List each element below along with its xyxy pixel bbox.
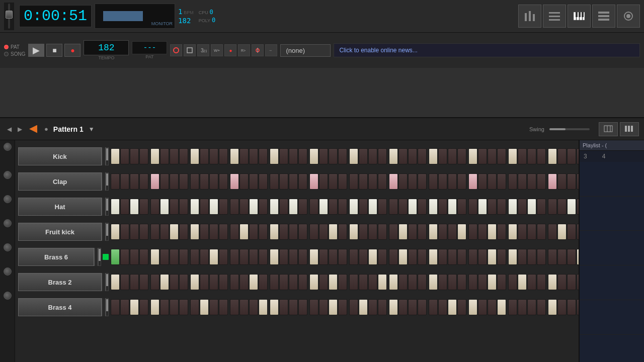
list-item[interactable] — [438, 274, 447, 290]
track-name-btn-1[interactable]: Clap — [18, 172, 102, 191]
list-item[interactable] — [378, 274, 387, 290]
list-item[interactable] — [259, 299, 268, 315]
list-item[interactable] — [309, 249, 318, 265]
list-item[interactable] — [249, 299, 258, 315]
list-item[interactable] — [418, 148, 427, 164]
list-item[interactable] — [438, 249, 447, 265]
list-item[interactable] — [338, 249, 347, 265]
list-item[interactable] — [190, 199, 199, 215]
list-item[interactable] — [508, 173, 517, 190]
track-vol-1[interactable] — [106, 172, 109, 191]
list-item[interactable] — [508, 224, 517, 240]
list-item[interactable] — [209, 274, 218, 290]
list-item[interactable] — [508, 199, 517, 215]
list-item[interactable] — [209, 173, 218, 190]
list-item[interactable] — [478, 299, 487, 315]
list-item[interactable] — [527, 148, 536, 164]
list-item[interactable] — [349, 224, 358, 240]
list-item[interactable] — [259, 249, 268, 265]
track-drag-3[interactable] — [102, 223, 106, 241]
list-item[interactable] — [548, 148, 557, 164]
list-item[interactable] — [289, 148, 298, 164]
list-item[interactable] — [139, 148, 148, 164]
list-item[interactable] — [249, 274, 258, 290]
list-item[interactable] — [408, 224, 417, 240]
list-item[interactable] — [130, 148, 139, 164]
list-item[interactable] — [518, 274, 527, 290]
list-item[interactable] — [139, 224, 148, 240]
track-knob-0[interactable] — [4, 143, 12, 151]
list-item[interactable] — [478, 249, 487, 265]
list-item[interactable] — [497, 299, 506, 315]
list-item[interactable] — [170, 224, 179, 240]
pattern-dropdown[interactable]: ▼ — [89, 126, 95, 133]
list-item[interactable] — [468, 299, 477, 315]
list-item[interactable] — [319, 249, 328, 265]
list-item[interactable] — [170, 249, 179, 265]
list-item[interactable] — [150, 173, 159, 190]
list-item[interactable] — [130, 299, 139, 315]
list-item[interactable] — [557, 199, 567, 215]
list-item[interactable] — [567, 173, 576, 190]
list-item[interactable] — [468, 274, 477, 290]
list-item[interactable] — [219, 249, 228, 265]
list-item[interactable] — [557, 274, 567, 290]
list-item[interactable] — [349, 299, 358, 315]
list-item[interactable] — [408, 199, 417, 215]
list-item[interactable] — [468, 173, 477, 190]
track-drag-0[interactable] — [102, 147, 106, 165]
list-item[interactable] — [329, 199, 338, 215]
list-item[interactable] — [567, 299, 576, 315]
list-item[interactable] — [219, 299, 228, 315]
list-item[interactable] — [338, 274, 347, 290]
list-item[interactable] — [527, 224, 536, 240]
list-item[interactable] — [429, 274, 438, 290]
list-item[interactable] — [298, 224, 307, 240]
list-item[interactable] — [537, 199, 546, 215]
track-name-btn-6[interactable]: Brass 4 — [18, 298, 102, 316]
list-item[interactable] — [577, 274, 579, 290]
list-item[interactable] — [438, 224, 447, 240]
ctrl-btn-8[interactable]: → — [265, 44, 277, 56]
list-item[interactable] — [279, 148, 288, 164]
list-item[interactable] — [319, 173, 328, 190]
list-item[interactable] — [230, 299, 239, 315]
list-item[interactable] — [279, 224, 288, 240]
list-item[interactable] — [448, 274, 457, 290]
list-item[interactable] — [150, 249, 159, 265]
list-item[interactable] — [518, 199, 527, 215]
list-item[interactable] — [429, 199, 438, 215]
list-item[interactable] — [398, 299, 408, 315]
list-item[interactable] — [389, 173, 398, 190]
list-item[interactable] — [230, 274, 239, 290]
list-item[interactable] — [457, 173, 466, 190]
list-item[interactable] — [418, 224, 427, 240]
list-item[interactable] — [329, 249, 338, 265]
list-item[interactable] — [120, 274, 129, 290]
list-item[interactable] — [368, 274, 377, 290]
list-item[interactable] — [448, 173, 457, 190]
track-drag-4[interactable] — [94, 248, 98, 266]
list-item[interactable] — [239, 249, 249, 265]
list-item[interactable] — [239, 224, 249, 240]
list-item[interactable] — [457, 199, 466, 215]
piano-nav-btn[interactable] — [568, 5, 591, 28]
list-item[interactable] — [170, 299, 179, 315]
list-item[interactable] — [120, 224, 129, 240]
list-item[interactable] — [488, 299, 497, 315]
list-item[interactable] — [179, 224, 188, 240]
track-drag-6[interactable] — [102, 298, 106, 316]
list-item[interactable] — [319, 148, 328, 164]
list-item[interactable] — [209, 199, 218, 215]
list-item[interactable] — [548, 249, 557, 265]
list-item[interactable] — [338, 299, 347, 315]
list-item[interactable] — [338, 173, 347, 190]
list-item[interactable] — [448, 148, 457, 164]
list-item[interactable] — [438, 173, 447, 190]
list-item[interactable] — [567, 199, 576, 215]
list-item[interactable] — [497, 224, 506, 240]
list-item[interactable] — [160, 224, 169, 240]
list-item[interactable] — [190, 148, 199, 164]
list-item[interactable] — [270, 199, 279, 215]
list-item[interactable] — [518, 224, 527, 240]
